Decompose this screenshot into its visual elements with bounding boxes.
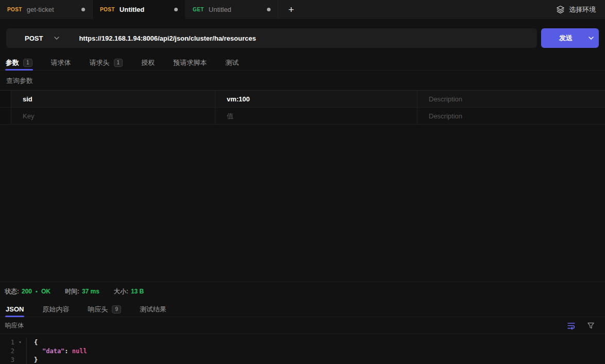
tab-body-label: 请求体 (51, 58, 71, 67)
tab-test-results[interactable]: 测试结果 (139, 302, 167, 317)
layers-icon (556, 5, 565, 14)
tab-params-label: 参数 (6, 58, 19, 67)
word-wrap-icon (567, 321, 576, 330)
code-token-colon: : (64, 348, 72, 355)
tab-response-json-label: JSON (6, 305, 24, 313)
tab-tests[interactable]: 测试 (225, 55, 239, 70)
filter-button[interactable] (586, 321, 596, 331)
editor-code-area[interactable]: { "data": null } (27, 338, 605, 364)
tab-tests-label: 测试 (225, 58, 239, 67)
param-description-input[interactable] (417, 95, 605, 103)
params-count-badge: 1 (23, 59, 32, 67)
tab-prerequest-script[interactable]: 预请求脚本 (173, 55, 207, 70)
code-token-null: null (72, 348, 87, 355)
environment-selector-label: 选择环境 (569, 5, 596, 14)
tab-response-headers[interactable]: 响应头 9 (87, 302, 122, 317)
tab-title: Untitled (209, 6, 231, 13)
response-status-row: 状态: 200 • OK 时间: 37 ms 大小: 13 B (0, 282, 605, 301)
tab-response-json[interactable]: JSON (5, 302, 24, 317)
query-params-title: 查询参数 (6, 76, 599, 86)
response-body-tools (566, 320, 600, 331)
url-row: POST 发送 (6, 28, 599, 48)
tab-response-raw[interactable]: 原始内容 (42, 302, 70, 317)
param-row (0, 91, 605, 108)
param-description-input[interactable] (417, 112, 605, 120)
code-token-key: "data" (42, 348, 64, 355)
method-dropdown[interactable]: POST (6, 34, 72, 42)
new-tab-button[interactable]: + (282, 0, 300, 19)
line-number: 2 (0, 348, 14, 355)
time-value: 37 ms (82, 288, 99, 295)
param-key-input[interactable] (11, 112, 215, 120)
unsaved-indicator-icon (267, 8, 271, 11)
param-row-handle[interactable] (0, 91, 11, 107)
response-body-title: 响应体 (5, 321, 24, 330)
chevron-down-icon (54, 37, 59, 40)
tab-headers[interactable]: 请求头 1 (89, 55, 124, 70)
tab-response-headers-label: 响应头 (88, 305, 108, 314)
unsaved-indicator-icon (81, 8, 85, 11)
tab-prerequest-script-label: 预请求脚本 (173, 58, 207, 67)
size-value: 13 B (131, 288, 144, 295)
param-key-cell (11, 108, 215, 124)
param-value-input[interactable] (215, 112, 417, 120)
tab-headers-label: 请求头 (90, 58, 110, 67)
word-wrap-button[interactable] (566, 320, 577, 331)
param-value-input[interactable] (215, 95, 417, 103)
code-line: } (34, 355, 605, 364)
param-key-input[interactable] (11, 95, 215, 103)
code-token-brace: { (34, 339, 38, 346)
tab-title: get-ticket (27, 6, 54, 13)
request-tabbar: POST get-ticket POST Untitled GET Untitl… (0, 0, 605, 19)
fold-toggle-icon[interactable]: ▾ (14, 340, 26, 344)
tab-untitled-get[interactable]: GET Untitled (186, 0, 278, 19)
code-token-brace: } (34, 356, 38, 363)
filter-funnel-icon (587, 322, 595, 330)
tab-get-ticket[interactable]: POST get-ticket (0, 0, 93, 19)
environment-selector[interactable]: 选择环境 (547, 0, 605, 19)
tab-method-label: POST (100, 7, 115, 12)
status-code: 200 (22, 288, 32, 295)
param-row-empty (0, 108, 605, 125)
line-number: 3 (0, 356, 14, 363)
tab-auth-label: 授权 (141, 58, 155, 67)
param-description-cell (417, 91, 605, 107)
url-input[interactable] (79, 34, 537, 42)
tab-title: Untitled (120, 6, 144, 13)
response-json-editor[interactable]: 1 ▾ 2 3 { "data": null } (0, 334, 605, 364)
tab-method-label: POST (7, 7, 22, 12)
query-params-table (0, 90, 605, 125)
tab-method-label: GET (193, 7, 204, 12)
send-button[interactable]: 发送 (541, 28, 599, 48)
tab-test-results-label: 测试结果 (140, 305, 166, 314)
param-row-handle[interactable] (0, 108, 11, 124)
param-key-cell (11, 91, 215, 107)
headers-count-badge: 1 (114, 59, 123, 67)
status-label: 状态: (5, 287, 19, 296)
tab-body[interactable]: 请求体 (51, 55, 72, 70)
tab-response-raw-label: 原始内容 (42, 305, 69, 314)
status-text: OK (41, 288, 51, 295)
param-description-cell (417, 108, 605, 124)
response-section-tabs: JSON 原始内容 响应头 9 测试结果 (0, 302, 605, 317)
method-label: POST (25, 34, 43, 42)
tab-auth[interactable]: 授权 (141, 55, 155, 70)
param-value-cell (215, 108, 417, 124)
request-body-empty-area (0, 125, 605, 282)
tab-params[interactable]: 参数 1 (5, 55, 33, 70)
code-line: { (34, 338, 605, 346)
editor-gutter: 1 ▾ 2 3 (0, 338, 27, 364)
unsaved-indicator-icon (174, 8, 178, 11)
size-label: 大小: (114, 287, 128, 296)
time-label: 时间: (65, 287, 79, 296)
response-body-bar: 响应体 (0, 317, 605, 334)
response-headers-count-badge: 9 (112, 305, 121, 314)
chevron-down-icon[interactable] (583, 37, 599, 40)
send-button-label: 发送 (541, 33, 583, 43)
status-separator-dot: • (36, 288, 38, 294)
request-section-tabs: 参数 1 请求体 请求头 1 授权 预请求脚本 测试 (0, 55, 605, 71)
api-client-window: POST get-ticket POST Untitled GET Untitl… (0, 0, 605, 364)
response-section: 状态: 200 • OK 时间: 37 ms 大小: 13 B JSON 原始内… (0, 282, 605, 364)
url-box: POST (6, 28, 537, 48)
tab-untitled-post[interactable]: POST Untitled (93, 0, 186, 19)
